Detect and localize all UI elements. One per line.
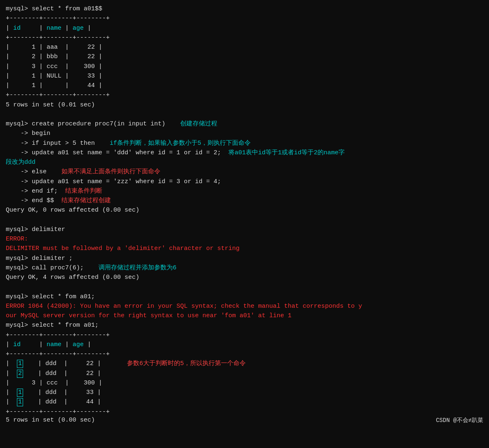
proc-begin: -> begin: [6, 129, 483, 138]
blank-1: [6, 110, 483, 119]
footer: 5 rows in set (0.00 sec) CSDN @不会≠趴菜: [6, 417, 483, 424]
blank-2: [6, 215, 483, 225]
error-msg: DELIMITER must be followed by a 'delimit…: [6, 244, 483, 253]
terminal-window: mysql> select * from a01$$ +--------+---…: [6, 4, 483, 444]
table-header-border: +--------+--------+--------+: [6, 33, 483, 42]
call-proc: mysql> call proc7(6); 调用存储过程并添加参数为6: [6, 263, 483, 273]
query-ok-1: Query OK, 0 rows affected (0.00 sec): [6, 205, 483, 215]
table-row-3: | 3 | ccc | 300 |: [6, 62, 483, 71]
csdn-watermark: CSDN @不会≠趴菜: [436, 417, 483, 424]
prompt: mysql> select * from a01$$: [6, 4, 102, 14]
highlighted-id-1c: 1: [17, 398, 23, 406]
table-row-5: | 1 | | 44 |: [6, 81, 483, 90]
rows-count-2: 5 rows in set (0.00 sec): [6, 417, 95, 424]
table-header: | id | name | age |: [6, 24, 483, 33]
table-row-4: | 1 | NULL | 33 |: [6, 71, 483, 81]
delimiter-semi: mysql> delimiter ;: [6, 254, 483, 263]
select-typo: mysql> select * fom a01;: [6, 292, 483, 302]
table-bottom-border: +--------+--------+--------+: [6, 90, 483, 100]
proc-update2: -> update a01 set name = 'zzz' where id …: [6, 177, 483, 186]
proc-update1: -> update a01 set name = 'ddd' where id …: [6, 148, 483, 158]
sql-error-1064: ERROR 1064 (42000): You have an error in…: [6, 302, 483, 311]
select-correct: mysql> select * from a01;: [6, 321, 483, 330]
table2-row-1: | 1 | ddd | 22 | 参数6大于判断时的5，所以执行第一个命令: [6, 359, 483, 368]
table-row-1: | 1 | aaa | 22 |: [6, 42, 483, 52]
table-row-2: | 2 | bbb | 22 |: [6, 52, 483, 61]
proc-if: -> if input > 5 then if条件判断，如果输入参数小于5，则执…: [6, 139, 483, 148]
proc-end-if: -> end if; 结束条件判断: [6, 186, 483, 196]
table-top-border: +--------+--------+--------+: [6, 14, 483, 23]
line-1: mysql> select * from a01$$: [6, 4, 483, 14]
query-ok-2: Query OK, 4 rows affected (0.00 sec): [6, 273, 483, 282]
proc-end: -> end $$ 结束存储过程创建: [6, 196, 483, 205]
table2-header-border: +--------+--------+--------+: [6, 349, 483, 359]
proc-else: -> else 如果不满足上面条件则执行下面命令: [6, 167, 483, 177]
highlighted-id-1b: 1: [17, 389, 23, 397]
highlighted-id-2: 2: [17, 370, 23, 378]
delimiter-cmd: mysql> delimiter: [6, 225, 483, 234]
table2-bottom-border: +--------+--------+--------+: [6, 407, 483, 417]
rows-count-1: 5 rows in set (0.01 sec): [6, 100, 483, 110]
error-label: ERROR:: [6, 234, 483, 244]
blank-3: [6, 282, 483, 292]
create-proc-line: mysql> create procedure proc7(in input i…: [6, 119, 483, 129]
sql-error-1064-cont: our MySQL server version for the right s…: [6, 311, 483, 321]
table2-row-4: | 1 | ddd | 33 |: [6, 388, 483, 397]
table2-row-2: | 2 | ddd | 22 |: [6, 369, 483, 378]
table2-header: | id | name | age |: [6, 340, 483, 349]
highlighted-id-1: 1: [17, 360, 23, 368]
table2-top-border: +--------+--------+--------+: [6, 330, 483, 340]
proc-update1-cont: 段改为ddd: [6, 158, 483, 167]
table2-row-3: | 3 | ccc | 300 |: [6, 378, 483, 388]
table2-row-5: | 1 | ddd | 44 |: [6, 397, 483, 407]
